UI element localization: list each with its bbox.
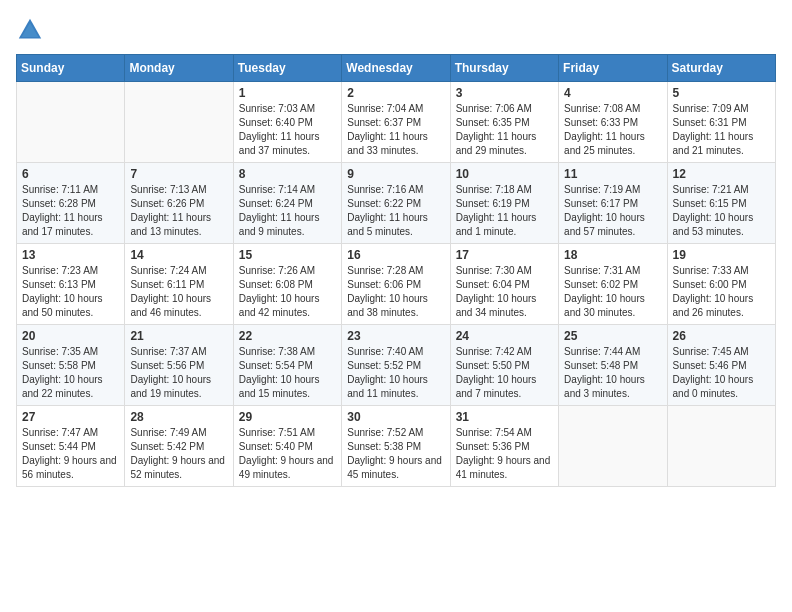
calendar-cell: 16 Sunrise: 7:28 AMSunset: 6:06 PMDaylig… (342, 244, 450, 325)
day-number: 31 (456, 410, 553, 424)
logo (16, 16, 48, 44)
calendar-cell: 23 Sunrise: 7:40 AMSunset: 5:52 PMDaylig… (342, 325, 450, 406)
day-detail: Sunrise: 7:03 AMSunset: 6:40 PMDaylight:… (239, 103, 320, 156)
calendar-cell: 21 Sunrise: 7:37 AMSunset: 5:56 PMDaylig… (125, 325, 233, 406)
day-number: 2 (347, 86, 444, 100)
day-number: 25 (564, 329, 661, 343)
day-detail: Sunrise: 7:11 AMSunset: 6:28 PMDaylight:… (22, 184, 103, 237)
calendar-cell: 25 Sunrise: 7:44 AMSunset: 5:48 PMDaylig… (559, 325, 667, 406)
day-number: 6 (22, 167, 119, 181)
day-detail: Sunrise: 7:18 AMSunset: 6:19 PMDaylight:… (456, 184, 537, 237)
day-detail: Sunrise: 7:54 AMSunset: 5:36 PMDaylight:… (456, 427, 551, 480)
calendar-cell: 22 Sunrise: 7:38 AMSunset: 5:54 PMDaylig… (233, 325, 341, 406)
weekday-header-tuesday: Tuesday (233, 55, 341, 82)
weekday-header-sunday: Sunday (17, 55, 125, 82)
calendar-cell (559, 406, 667, 487)
day-detail: Sunrise: 7:19 AMSunset: 6:17 PMDaylight:… (564, 184, 645, 237)
weekday-header-monday: Monday (125, 55, 233, 82)
calendar-cell: 3 Sunrise: 7:06 AMSunset: 6:35 PMDayligh… (450, 82, 558, 163)
day-detail: Sunrise: 7:28 AMSunset: 6:06 PMDaylight:… (347, 265, 428, 318)
day-detail: Sunrise: 7:35 AMSunset: 5:58 PMDaylight:… (22, 346, 103, 399)
day-detail: Sunrise: 7:24 AMSunset: 6:11 PMDaylight:… (130, 265, 211, 318)
day-number: 5 (673, 86, 770, 100)
day-detail: Sunrise: 7:13 AMSunset: 6:26 PMDaylight:… (130, 184, 211, 237)
weekday-header-wednesday: Wednesday (342, 55, 450, 82)
calendar-cell: 10 Sunrise: 7:18 AMSunset: 6:19 PMDaylig… (450, 163, 558, 244)
calendar-cell: 24 Sunrise: 7:42 AMSunset: 5:50 PMDaylig… (450, 325, 558, 406)
day-number: 26 (673, 329, 770, 343)
day-number: 28 (130, 410, 227, 424)
day-number: 15 (239, 248, 336, 262)
day-number: 19 (673, 248, 770, 262)
day-detail: Sunrise: 7:30 AMSunset: 6:04 PMDaylight:… (456, 265, 537, 318)
calendar-cell: 28 Sunrise: 7:49 AMSunset: 5:42 PMDaylig… (125, 406, 233, 487)
day-detail: Sunrise: 7:51 AMSunset: 5:40 PMDaylight:… (239, 427, 334, 480)
weekday-header-saturday: Saturday (667, 55, 775, 82)
day-number: 4 (564, 86, 661, 100)
calendar-cell: 8 Sunrise: 7:14 AMSunset: 6:24 PMDayligh… (233, 163, 341, 244)
day-detail: Sunrise: 7:52 AMSunset: 5:38 PMDaylight:… (347, 427, 442, 480)
day-detail: Sunrise: 7:06 AMSunset: 6:35 PMDaylight:… (456, 103, 537, 156)
calendar-table: SundayMondayTuesdayWednesdayThursdayFrid… (16, 54, 776, 487)
calendar-cell: 9 Sunrise: 7:16 AMSunset: 6:22 PMDayligh… (342, 163, 450, 244)
day-number: 16 (347, 248, 444, 262)
calendar-cell: 14 Sunrise: 7:24 AMSunset: 6:11 PMDaylig… (125, 244, 233, 325)
logo-icon (16, 16, 44, 44)
weekday-header-thursday: Thursday (450, 55, 558, 82)
day-detail: Sunrise: 7:04 AMSunset: 6:37 PMDaylight:… (347, 103, 428, 156)
calendar-header-row: SundayMondayTuesdayWednesdayThursdayFrid… (17, 55, 776, 82)
day-detail: Sunrise: 7:26 AMSunset: 6:08 PMDaylight:… (239, 265, 320, 318)
calendar-cell: 20 Sunrise: 7:35 AMSunset: 5:58 PMDaylig… (17, 325, 125, 406)
day-number: 22 (239, 329, 336, 343)
calendar-cell: 27 Sunrise: 7:47 AMSunset: 5:44 PMDaylig… (17, 406, 125, 487)
day-detail: Sunrise: 7:09 AMSunset: 6:31 PMDaylight:… (673, 103, 754, 156)
day-number: 17 (456, 248, 553, 262)
calendar-cell: 30 Sunrise: 7:52 AMSunset: 5:38 PMDaylig… (342, 406, 450, 487)
day-detail: Sunrise: 7:44 AMSunset: 5:48 PMDaylight:… (564, 346, 645, 399)
day-number: 8 (239, 167, 336, 181)
day-detail: Sunrise: 7:08 AMSunset: 6:33 PMDaylight:… (564, 103, 645, 156)
day-number: 24 (456, 329, 553, 343)
day-number: 3 (456, 86, 553, 100)
calendar-cell: 4 Sunrise: 7:08 AMSunset: 6:33 PMDayligh… (559, 82, 667, 163)
calendar-cell: 2 Sunrise: 7:04 AMSunset: 6:37 PMDayligh… (342, 82, 450, 163)
calendar-cell: 26 Sunrise: 7:45 AMSunset: 5:46 PMDaylig… (667, 325, 775, 406)
day-detail: Sunrise: 7:16 AMSunset: 6:22 PMDaylight:… (347, 184, 428, 237)
calendar-cell (125, 82, 233, 163)
page-header (16, 16, 776, 44)
calendar-cell: 18 Sunrise: 7:31 AMSunset: 6:02 PMDaylig… (559, 244, 667, 325)
calendar-week-row: 20 Sunrise: 7:35 AMSunset: 5:58 PMDaylig… (17, 325, 776, 406)
calendar-week-row: 27 Sunrise: 7:47 AMSunset: 5:44 PMDaylig… (17, 406, 776, 487)
calendar-cell: 17 Sunrise: 7:30 AMSunset: 6:04 PMDaylig… (450, 244, 558, 325)
day-detail: Sunrise: 7:31 AMSunset: 6:02 PMDaylight:… (564, 265, 645, 318)
day-number: 7 (130, 167, 227, 181)
day-number: 14 (130, 248, 227, 262)
day-detail: Sunrise: 7:40 AMSunset: 5:52 PMDaylight:… (347, 346, 428, 399)
day-detail: Sunrise: 7:38 AMSunset: 5:54 PMDaylight:… (239, 346, 320, 399)
day-detail: Sunrise: 7:21 AMSunset: 6:15 PMDaylight:… (673, 184, 754, 237)
day-number: 18 (564, 248, 661, 262)
day-number: 23 (347, 329, 444, 343)
day-number: 30 (347, 410, 444, 424)
day-number: 12 (673, 167, 770, 181)
day-number: 1 (239, 86, 336, 100)
calendar-cell: 15 Sunrise: 7:26 AMSunset: 6:08 PMDaylig… (233, 244, 341, 325)
calendar-cell: 13 Sunrise: 7:23 AMSunset: 6:13 PMDaylig… (17, 244, 125, 325)
day-detail: Sunrise: 7:49 AMSunset: 5:42 PMDaylight:… (130, 427, 225, 480)
calendar-cell (17, 82, 125, 163)
calendar-cell: 6 Sunrise: 7:11 AMSunset: 6:28 PMDayligh… (17, 163, 125, 244)
day-number: 13 (22, 248, 119, 262)
weekday-header-friday: Friday (559, 55, 667, 82)
day-detail: Sunrise: 7:33 AMSunset: 6:00 PMDaylight:… (673, 265, 754, 318)
calendar-week-row: 6 Sunrise: 7:11 AMSunset: 6:28 PMDayligh… (17, 163, 776, 244)
day-number: 21 (130, 329, 227, 343)
day-number: 27 (22, 410, 119, 424)
calendar-week-row: 1 Sunrise: 7:03 AMSunset: 6:40 PMDayligh… (17, 82, 776, 163)
day-number: 9 (347, 167, 444, 181)
calendar-cell: 31 Sunrise: 7:54 AMSunset: 5:36 PMDaylig… (450, 406, 558, 487)
calendar-cell: 1 Sunrise: 7:03 AMSunset: 6:40 PMDayligh… (233, 82, 341, 163)
calendar-cell: 5 Sunrise: 7:09 AMSunset: 6:31 PMDayligh… (667, 82, 775, 163)
day-detail: Sunrise: 7:47 AMSunset: 5:44 PMDaylight:… (22, 427, 117, 480)
day-number: 11 (564, 167, 661, 181)
calendar-cell: 12 Sunrise: 7:21 AMSunset: 6:15 PMDaylig… (667, 163, 775, 244)
